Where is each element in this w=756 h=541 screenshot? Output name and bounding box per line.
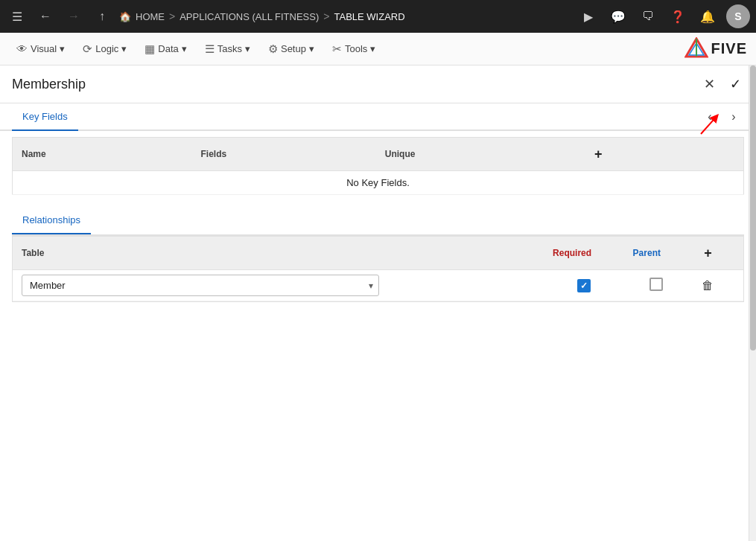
tools-icon: ✂	[332, 42, 342, 56]
logo-area: FIVE	[684, 37, 747, 61]
menu-setup-label: Setup	[281, 43, 306, 54]
top-navigation: ☰ ← → ↑ 🏠 HOME > APPLICATIONS (ALL FITNE…	[0, 0, 756, 33]
required-cell	[544, 270, 624, 301]
breadcrumb-current[interactable]: TABLE WIZARD	[334, 11, 404, 22]
panel-title: Membership	[12, 77, 701, 92]
menu-logic-label: Logic	[95, 43, 118, 54]
add-relationship-button[interactable]: +	[697, 243, 718, 263]
rel-table-cell: Member Membership Exercise Trainer ▾	[13, 270, 544, 301]
key-fields-table: Name Fields Unique + No Key Fields.	[12, 137, 744, 195]
key-fields-header-row: Name Fields Unique +	[13, 138, 744, 171]
rel-col-table: Table	[13, 237, 544, 270]
required-checkbox[interactable]	[577, 279, 591, 292]
panel-actions: ✕ ✓	[701, 74, 744, 94]
menu-visual[interactable]: 👁 Visual ▾	[9, 38, 72, 60]
parent-cell	[624, 270, 689, 301]
col-add: +	[579, 138, 743, 171]
setup-chevron-icon: ▾	[309, 43, 314, 54]
forward-icon[interactable]: →	[63, 5, 85, 28]
visual-icon: 👁	[16, 42, 28, 55]
col-unique: Unique	[376, 138, 579, 171]
message-icon[interactable]: 🗨	[637, 5, 659, 28]
relationships-header-row: Table Required Parent +	[13, 237, 743, 270]
top-nav-actions: ▶ 💬 🗨 ❓ 🔔 S	[577, 4, 750, 28]
five-logo-icon	[684, 37, 708, 61]
menu-bar: 👁 Visual ▾ ⟳ Logic ▾ ▦ Data ▾ ☰ Tasks ▾ …	[0, 33, 756, 65]
menu-tools[interactable]: ✂ Tools ▾	[325, 38, 383, 60]
logic-chevron-icon: ▾	[121, 43, 127, 54]
breadcrumb: 🏠 HOME > APPLICATIONS (ALL FITNESS) > TA…	[119, 10, 571, 22]
five-logo: FIVE	[684, 37, 747, 61]
table-select[interactable]: Member Membership Exercise Trainer	[22, 275, 379, 296]
chat-bubble-icon[interactable]: 💬	[607, 5, 629, 28]
setup-icon: ⚙	[268, 42, 278, 56]
relationships-tab-label: Relationships	[12, 207, 91, 234]
notification-icon[interactable]: 🔔	[696, 5, 719, 28]
col-fields: Fields	[191, 138, 375, 171]
panel-header: Membership ✕ ✓	[0, 65, 756, 103]
tab-navigation: ‹ ›	[699, 106, 744, 127]
rel-col-parent: Parent	[624, 237, 689, 270]
tasks-chevron-icon: ▾	[245, 43, 250, 54]
menu-data-label: Data	[158, 43, 178, 54]
menu-logic[interactable]: ⟳ Logic ▾	[75, 38, 134, 60]
relationships-table-wrap: Table Required Parent + Member	[12, 236, 744, 302]
breadcrumb-app[interactable]: APPLICATIONS (ALL FITNESS)	[180, 11, 319, 22]
menu-tasks-label: Tasks	[217, 43, 242, 54]
relationships-section: Relationships Table Required Parent +	[0, 207, 756, 302]
main-content: Membership ✕ ✓ Key Fields ‹ › Name	[0, 65, 756, 541]
col-name: Name	[13, 138, 192, 171]
scrollbar-thumb	[750, 65, 756, 350]
confirm-button[interactable]: ✓	[727, 74, 744, 94]
rel-col-required: Required	[544, 237, 624, 270]
rel-col-add: +	[688, 237, 743, 270]
visual-chevron-icon: ▾	[60, 43, 65, 54]
menu-data[interactable]: ▦ Data ▾	[137, 38, 194, 60]
home-icon: 🏠	[119, 11, 131, 22]
scrollbar[interactable]	[749, 65, 756, 541]
tools-chevron-icon: ▾	[370, 43, 375, 54]
delete-relationship-button[interactable]: 🗑	[697, 275, 718, 296]
back-icon[interactable]: ←	[34, 5, 57, 28]
up-icon[interactable]: ↑	[91, 5, 113, 28]
data-chevron-icon: ▾	[182, 43, 187, 54]
tabs-section: Key Fields ‹ ›	[0, 103, 756, 131]
menu-tools-label: Tools	[345, 43, 367, 54]
breadcrumb-sep2: >	[323, 10, 329, 22]
key-fields-empty-row: No Key Fields.	[13, 171, 744, 195]
relationships-tab[interactable]: Relationships	[12, 207, 744, 236]
key-fields-section: Name Fields Unique + No Key Fields.	[12, 137, 744, 195]
play-icon[interactable]: ▶	[577, 5, 600, 28]
menu-visual-label: Visual	[31, 43, 57, 54]
tab-prev-button[interactable]: ‹	[699, 106, 720, 127]
breadcrumb-sep1: >	[169, 10, 175, 22]
tasks-icon: ☰	[205, 42, 215, 56]
five-logo-text: FIVE	[711, 40, 747, 57]
logic-icon: ⟳	[83, 42, 92, 56]
close-button[interactable]: ✕	[701, 74, 718, 94]
hamburger-menu-icon[interactable]: ☰	[6, 5, 28, 28]
tab-key-fields[interactable]: Key Fields	[12, 103, 78, 131]
breadcrumb-home[interactable]: HOME	[136, 11, 165, 22]
relationships-table: Table Required Parent + Member	[13, 237, 743, 301]
menu-tasks[interactable]: ☰ Tasks ▾	[197, 38, 258, 60]
parent-checkbox[interactable]	[649, 278, 663, 291]
tab-next-button[interactable]: ›	[723, 106, 744, 127]
menu-setup[interactable]: ⚙ Setup ▾	[261, 38, 322, 60]
add-key-field-button[interactable]: +	[588, 144, 609, 164]
relationship-row: Member Membership Exercise Trainer ▾	[13, 270, 743, 301]
data-icon: ▦	[144, 42, 155, 56]
delete-cell: 🗑	[688, 270, 743, 301]
table-select-wrap: Member Membership Exercise Trainer ▾	[22, 275, 379, 296]
key-fields-empty-message: No Key Fields.	[13, 171, 744, 195]
avatar[interactable]: S	[726, 4, 750, 28]
help-icon[interactable]: ❓	[667, 5, 689, 28]
